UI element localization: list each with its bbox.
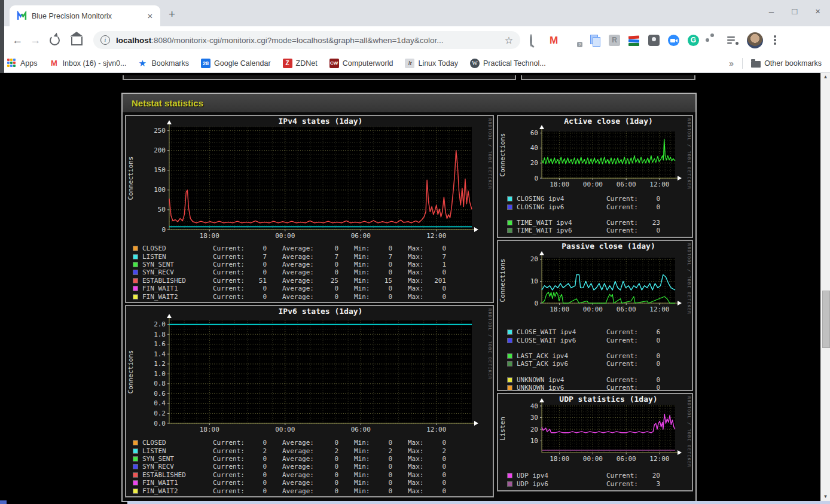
legend-stat-label: Max: <box>408 253 428 261</box>
legend-stat-label: Current: <box>606 337 643 344</box>
bookmarks-overflow-chevron[interactable]: » <box>729 59 734 68</box>
legend-stat-value: 0 <box>428 293 446 301</box>
bookmark-bookmarks[interactable]: ★ Bookmarks <box>139 59 190 68</box>
vertical-scrollbar[interactable]: ▲ ▼ <box>820 73 830 501</box>
address-bar[interactable]: i localhost:8080/monitorix-cgi/monitorix… <box>93 31 520 49</box>
legend-stat-label: Average: <box>282 261 321 268</box>
legend-row: ESTABLISHEDCurrent:51Average:25Min:15Max… <box>133 277 493 285</box>
legend-stat-value: 0 <box>321 293 338 301</box>
computerworld-icon: CW <box>329 59 339 68</box>
close-icon[interactable]: × <box>815 6 820 16</box>
other-bookmarks-label: Other bookmarks <box>764 59 822 68</box>
legend-name: UDP ipv6 <box>517 480 606 488</box>
profile-avatar[interactable] <box>747 32 763 48</box>
browser-toolbar: ← → i localhost:8080/monitorix-cgi/monit… <box>0 26 830 54</box>
bookmark-label: Apps <box>20 59 38 68</box>
gmail-icon[interactable]: M <box>550 35 561 46</box>
home-icon[interactable] <box>71 37 83 45</box>
bookmark-star-icon[interactable]: ☆ <box>505 35 513 46</box>
legend-stat-value: 0 <box>249 479 267 487</box>
extensions-puzzle-icon[interactable] <box>707 35 719 46</box>
legend-stat-value: 0 <box>321 455 338 463</box>
legend-swatch <box>507 481 512 487</box>
legend-stat-value: 0 <box>321 479 338 487</box>
bookmark-google-calendar[interactable]: 28 Google Calendar <box>201 59 271 68</box>
browser-chrome: Blue Precision Monitorix × + – □ × ← → i… <box>0 0 830 73</box>
divider <box>742 58 743 69</box>
screenshot-extension-icon[interactable] <box>648 35 660 46</box>
legend-swatch <box>507 361 512 366</box>
legend-stat-label: Average: <box>282 487 321 495</box>
legend-row: CLOSE_WAIT ipv6Current:0 <box>507 336 692 344</box>
legend-stat-value: 7 <box>249 253 267 261</box>
legend-name: SYN_SENT <box>142 261 213 268</box>
section-body: 05010015020025018:0000:0006:0012:00IPv4 … <box>123 112 695 502</box>
y-tick-label: 30 <box>530 414 538 421</box>
legend-stat-label: Current: <box>606 219 643 227</box>
legend-stat-value: 0 <box>321 285 338 292</box>
reload-icon[interactable] <box>50 35 60 45</box>
legend-stat-value: 0 <box>321 439 338 447</box>
previous-section-panel-edge <box>521 75 695 80</box>
legend-stat-label: Average: <box>282 285 321 292</box>
scroll-up-icon[interactable]: ▲ <box>821 73 830 81</box>
legend-name: TIME_WAIT ipv4 <box>517 219 606 227</box>
y-tick-label: 20 <box>530 255 538 263</box>
ipv4-states-graph-box: 05010015020025018:0000:0006:0012:00IPv4 … <box>125 115 494 303</box>
legend-stat-label: Min: <box>354 439 374 447</box>
x-tick-label: 06:00 <box>617 306 636 313</box>
legend-stat-label: Current: <box>606 352 643 360</box>
zoom-meeting-icon[interactable] <box>668 35 679 46</box>
y-tick-label: 40 <box>530 144 538 152</box>
scroll-down-icon[interactable]: ▼ <box>821 493 830 501</box>
grammarly-icon[interactable]: G <box>688 35 699 46</box>
chat-extension-icon[interactable]: ? <box>569 35 581 46</box>
copy-pages-icon[interactable] <box>589 35 600 46</box>
legend-name: UDP ipv4 <box>517 472 606 479</box>
legend-stat-label: Min: <box>354 285 374 292</box>
y-axis-arrow <box>167 314 172 318</box>
legend-swatch <box>133 246 138 251</box>
ipv6-legend: CLOSEDCurrent:0Average:0Min:0Max:0LISTEN… <box>126 438 493 497</box>
bookmark-apps[interactable]: Apps <box>7 58 38 68</box>
bookmark-inbox[interactable]: M Inbox (16) - sjvn0... <box>50 59 127 68</box>
x-tick-label: 12:00 <box>649 455 669 463</box>
legend-stat-label: Max: <box>408 268 428 276</box>
back-icon[interactable]: ← <box>8 34 26 47</box>
url-text[interactable]: localhost:8080/monitorix-cgi/monitorix.c… <box>116 36 505 45</box>
bookmark-zdnet[interactable]: Z ZDNet <box>283 59 318 68</box>
legend-row: LAST_ACK ipv6Current:0 <box>507 360 692 368</box>
legend-stat-value: 0 <box>428 471 446 479</box>
search-icon[interactable] <box>530 35 541 46</box>
maximize-icon[interactable]: □ <box>792 6 797 16</box>
playlist-icon[interactable] <box>727 35 739 46</box>
active-close-chart: 020406018:0000:0006:0012:00Active close … <box>498 116 691 194</box>
legend-stat-label: Min: <box>354 479 374 487</box>
window-bottom-corner <box>0 500 7 504</box>
minimize-icon[interactable]: – <box>769 6 774 16</box>
legend-stat-value: 0 <box>374 261 392 268</box>
browser-tab[interactable]: Blue Precision Monitorix × <box>10 5 160 26</box>
legend-row: LAST_ACK ipv4Current:0 <box>507 352 692 360</box>
new-tab-button[interactable]: + <box>169 8 175 21</box>
tab-close-icon[interactable]: × <box>145 11 155 21</box>
legend-stat-label: Current: <box>213 487 249 495</box>
x-tick-label: 00:00 <box>583 306 603 313</box>
menu-kebab-icon[interactable] <box>774 39 776 41</box>
legend-swatch <box>507 385 512 390</box>
right-column: 020406018:0000:0006:0012:00Active close … <box>497 115 693 499</box>
chart-title: Active close (1day) <box>564 117 653 126</box>
legend-name: CLOSE_WAIT ipv6 <box>517 337 606 344</box>
x-tick-label: 18:00 <box>550 306 569 313</box>
scrollbar-thumb[interactable] <box>822 291 830 348</box>
bookmark-computerworld[interactable]: CW Computerworld <box>329 59 393 68</box>
legend-row: CLOSE_WAIT ipv4Current:6 <box>507 328 692 336</box>
bookmark-practical-technology[interactable]: W Practical Technol... <box>470 59 546 68</box>
page-info-icon[interactable]: i <box>100 35 110 45</box>
other-bookmarks[interactable]: Other bookmarks <box>751 59 822 68</box>
books-extension-icon[interactable] <box>628 35 640 46</box>
y-tick-label: 1.0 <box>154 370 166 378</box>
reader-extension-icon[interactable]: R <box>609 35 620 46</box>
linux-today-icon: lt <box>405 59 414 68</box>
bookmark-linux-today[interactable]: lt Linux Today <box>405 59 458 68</box>
